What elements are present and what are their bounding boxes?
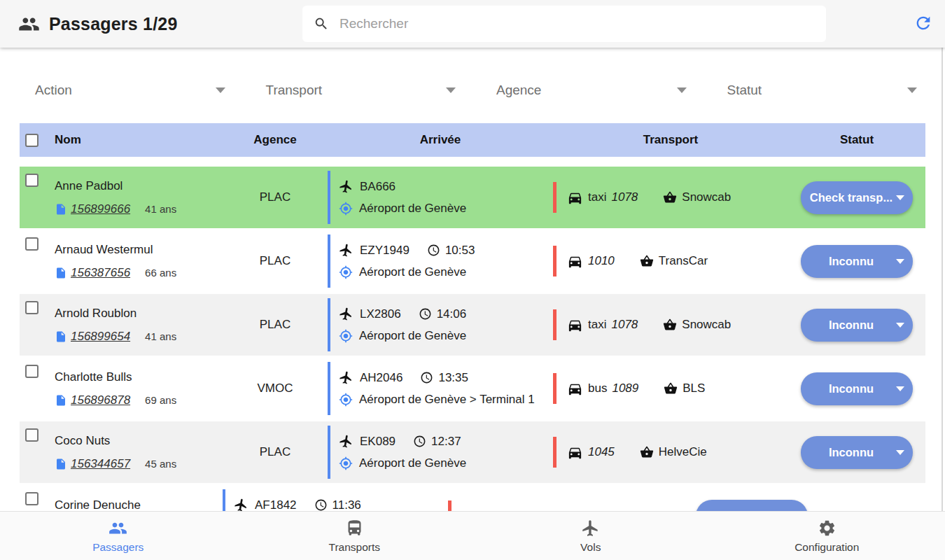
- flight-icon: [337, 178, 354, 195]
- clock-icon: [314, 498, 328, 511]
- people-icon: [18, 13, 40, 35]
- nav-transports-label: Transports: [328, 541, 380, 554]
- bus-icon: [345, 519, 364, 538]
- nav-passagers[interactable]: Passagers: [0, 512, 237, 560]
- transport-cell: taxi 1078 Snowcab: [553, 167, 788, 228]
- passenger-id-link[interactable]: 156387656: [71, 266, 130, 280]
- refresh-button[interactable]: [913, 13, 934, 34]
- car-icon: [567, 381, 583, 397]
- passenger-id-link[interactable]: 156899654: [71, 330, 130, 344]
- car-icon: [567, 444, 583, 461]
- filter-statut-label: Statut: [727, 83, 762, 98]
- transport-cell: [448, 485, 683, 511]
- table-header: Nom Agence Arrivée Transport Statut: [20, 123, 925, 157]
- status-dropdown-button[interactable]: Inconnu: [801, 309, 913, 342]
- transport-number: 1045: [588, 445, 615, 459]
- company-name: TransCar: [659, 254, 708, 268]
- passenger-name: Charlotte Bulls: [55, 370, 223, 384]
- title-group: Passagers 1/29: [18, 13, 302, 35]
- transport-number: 1089: [612, 382, 638, 396]
- passenger-name: Anne Padbol: [55, 179, 223, 193]
- passenger-row[interactable]: Charlotte Bulls 156896878 69 ans VMOC AH…: [20, 358, 925, 419]
- status-dropdown-button[interactable]: Inconnu: [801, 245, 913, 278]
- filter-action-label: Action: [35, 83, 72, 98]
- passenger-row[interactable]: Coco Nuts 156344657 45 ans PLAC EK089 12…: [20, 421, 925, 483]
- flight-icon: [337, 369, 354, 386]
- chevron-down-icon: [446, 88, 456, 93]
- passenger-row[interactable]: Corine Denuche AF1842 11:36: [20, 485, 925, 511]
- column-nom: Nom: [55, 133, 223, 147]
- passenger-name: Corine Denuche: [55, 498, 223, 512]
- status-dropdown-button[interactable]: Inconnu: [801, 372, 913, 405]
- row-checkbox[interactable]: [25, 301, 38, 314]
- search-box[interactable]: [302, 6, 826, 42]
- basket-icon: [640, 445, 654, 459]
- filter-agence-label: Agence: [496, 83, 541, 98]
- passenger-name: Arnold Roublon: [55, 307, 223, 321]
- basket-icon: [664, 382, 678, 396]
- passenger-id-link[interactable]: 156344657: [71, 457, 130, 471]
- agency-code: VMOC: [223, 358, 328, 419]
- filter-transport[interactable]: Transport: [266, 80, 456, 101]
- transport-mode: taxi: [588, 190, 606, 204]
- passenger-id-link[interactable]: 156896878: [71, 393, 130, 407]
- arrival-time: 14:06: [437, 307, 467, 321]
- search-icon: [314, 16, 329, 31]
- transport-cell: 1045 HelveCie: [553, 421, 788, 483]
- select-all-checkbox[interactable]: [25, 134, 38, 147]
- passenger-age: 45 ans: [145, 458, 176, 470]
- chevron-down-icon: [907, 88, 917, 93]
- chevron-down-icon: [896, 386, 904, 391]
- chevron-down-icon: [216, 88, 225, 93]
- transport-number: 1078: [611, 318, 638, 332]
- flight-number: AF1842: [255, 498, 297, 512]
- passenger-row[interactable]: Anne Padbol 156899666 41 ans PLAC BA666 …: [20, 167, 925, 228]
- arrival-cell: LX2806 14:06 Aéroport de Genève: [328, 294, 553, 356]
- passenger-name: Coco Nuts: [55, 434, 223, 448]
- passenger-age: 69 ans: [145, 394, 176, 406]
- clock-icon: [427, 244, 440, 257]
- transport-cell: taxi 1078 Snowcab: [553, 294, 788, 356]
- document-icon: [55, 267, 67, 279]
- location-icon: [339, 329, 353, 343]
- clock-icon: [413, 435, 426, 448]
- passenger-row[interactable]: Arnold Roublon 156899654 41 ans PLAC LX2…: [20, 294, 925, 356]
- arrival-time: 12:37: [431, 435, 461, 449]
- nav-vols[interactable]: Vols: [472, 512, 709, 560]
- filter-transport-label: Transport: [266, 83, 323, 98]
- flight-number: AH2046: [360, 371, 402, 385]
- search-input[interactable]: [340, 16, 815, 31]
- company-name: HelveCie: [659, 445, 707, 459]
- column-agence: Agence: [223, 133, 328, 147]
- row-checkbox[interactable]: [25, 365, 38, 378]
- location-icon: [339, 202, 353, 216]
- flight-icon: [581, 519, 600, 538]
- row-checkbox[interactable]: [25, 174, 38, 187]
- gear-icon: [818, 519, 836, 538]
- filter-agence[interactable]: Agence: [496, 80, 687, 101]
- status-dropdown-button[interactable]: Inconnu: [801, 436, 913, 469]
- passenger-row[interactable]: Arnaud Westermul 156387656 66 ans PLAC E…: [20, 230, 925, 292]
- nav-transports[interactable]: Transports: [237, 512, 473, 560]
- transport-number: 1078: [611, 190, 638, 204]
- row-checkbox[interactable]: [25, 428, 38, 442]
- arrival-cell: BA666 Aéroport de Genève: [328, 167, 553, 228]
- flight-icon: [232, 496, 249, 511]
- nav-configuration[interactable]: Configuration: [709, 512, 945, 560]
- filter-statut[interactable]: Statut: [727, 80, 918, 101]
- status-dropdown-button[interactable]: Check transp...: [801, 181, 913, 214]
- transport-mode: taxi: [588, 318, 606, 332]
- scrollbar[interactable]: [941, 48, 943, 512]
- transport-cell: 1010 TransCar: [553, 230, 788, 292]
- row-checkbox[interactable]: [25, 237, 38, 251]
- passenger-age: 41 ans: [145, 203, 176, 215]
- filter-action[interactable]: Action: [35, 80, 225, 101]
- row-checkbox[interactable]: [25, 492, 38, 505]
- status-dropdown-button[interactable]: [696, 500, 808, 512]
- nav-vols-label: Vols: [580, 541, 601, 554]
- passenger-list[interactable]: Anne Padbol 156899666 41 ans PLAC BA666 …: [20, 167, 925, 511]
- top-bar: Passagers 1/29: [0, 0, 945, 48]
- agency-code: PLAC: [223, 230, 328, 292]
- passenger-id-link[interactable]: 156899666: [71, 202, 130, 216]
- arrival-place: Aéroport de Genève: [359, 456, 466, 470]
